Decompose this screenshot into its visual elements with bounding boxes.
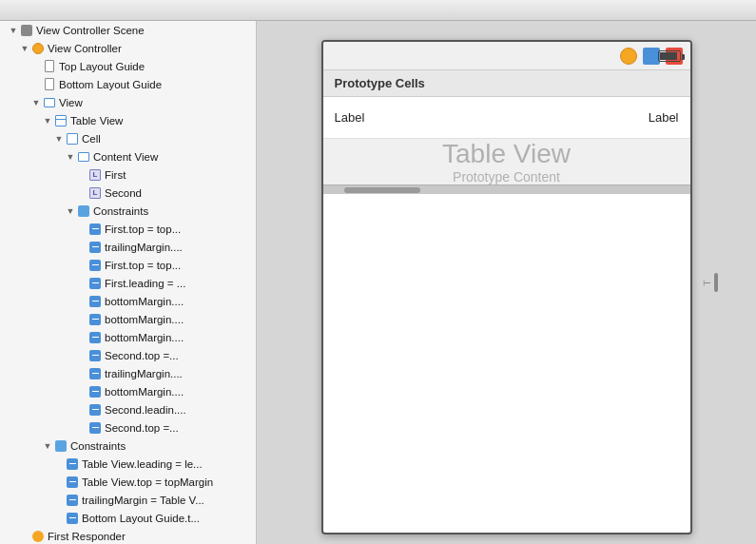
sidebar-item-label: Table View bbox=[70, 115, 252, 126]
sidebar-item-c12[interactable]: Second.top =... bbox=[0, 418, 256, 437]
sidebar-item-c10[interactable]: bottomMargin.... bbox=[0, 382, 256, 400]
cube-icon bbox=[643, 48, 660, 65]
tree-arrow bbox=[53, 133, 65, 145]
resize-handle-right[interactable]: ⊢ bbox=[703, 273, 718, 292]
constraint-icon bbox=[87, 384, 103, 399]
tree-arrow bbox=[8, 25, 19, 36]
sidebar-item-cv4[interactable]: Bottom Layout Guide.t... bbox=[0, 509, 256, 527]
sidebar-item-first[interactable]: LFirst bbox=[0, 165, 256, 184]
constraint-icon bbox=[87, 402, 103, 418]
tree-arrow bbox=[65, 205, 76, 217]
sidebar-item-cv2[interactable]: Table View.top = topMargin bbox=[0, 473, 256, 491]
constraint-icon bbox=[87, 240, 103, 255]
sidebar-item-c11[interactable]: Second.leadin.... bbox=[0, 400, 256, 418]
sidebar-item-label: View bbox=[59, 97, 252, 108]
sidebar-item-label: bottomMargin.... bbox=[105, 386, 252, 398]
canvas: → ⊣ Prototype Cells Label Lab bbox=[257, 21, 756, 544]
sidebar-item-label: View Controller bbox=[48, 43, 252, 54]
scrollbar-bottom[interactable] bbox=[323, 185, 690, 194]
sidebar-item-c7[interactable]: bottomMargin.... bbox=[0, 328, 256, 346]
constraint-icon bbox=[65, 457, 80, 472]
top-bar bbox=[0, 0, 756, 21]
constraint-folder-icon bbox=[76, 204, 91, 219]
cell-icon bbox=[65, 131, 80, 146]
constraint-icon bbox=[87, 366, 103, 381]
constraint-icon bbox=[87, 258, 103, 273]
sidebar-item-label: Constraints bbox=[93, 205, 252, 217]
tree-arrow bbox=[42, 440, 53, 452]
sidebar-item-label: First bbox=[105, 169, 252, 181]
sidebar-item-view-controller-scene[interactable]: View Controller Scene bbox=[0, 21, 256, 39]
sidebar-item-second[interactable]: LSecond bbox=[0, 184, 256, 202]
sidebar-item-c8[interactable]: Second.top =... bbox=[0, 346, 256, 364]
sidebar-item-c4[interactable]: First.leading = ... bbox=[0, 274, 256, 292]
prototype-cells-header: Prototype Cells bbox=[323, 70, 690, 97]
battery-icon bbox=[658, 50, 681, 62]
sidebar-item-table-view[interactable]: Table View bbox=[0, 111, 256, 129]
view-icon bbox=[42, 95, 57, 110]
sidebar-item-label: trailingMargin.... bbox=[105, 242, 252, 253]
label-left: Label bbox=[335, 110, 365, 125]
sidebar-item-constraints-view[interactable]: Constraints bbox=[0, 437, 256, 455]
sidebar-item-label: First.leading = ... bbox=[105, 278, 252, 289]
table-view-placeholder: Table View Prototype Content bbox=[323, 139, 690, 185]
sidebar-item-top-layout-guide[interactable]: Top Layout Guide bbox=[0, 57, 256, 75]
constraint-icon bbox=[87, 312, 103, 327]
main-area: View Controller SceneView ControllerTop … bbox=[0, 21, 756, 544]
view-icon bbox=[76, 149, 91, 165]
sidebar-item-first-responder[interactable]: First Responder bbox=[0, 527, 256, 544]
tree-arrow bbox=[30, 97, 42, 108]
yellow-circle-icon bbox=[30, 41, 46, 56]
constraint-folder-icon bbox=[53, 438, 68, 454]
table-view-placeholder-title: Table View bbox=[442, 139, 571, 169]
sidebar-item-view-controller[interactable]: View Controller bbox=[0, 39, 256, 57]
sidebar-item-label: Content View bbox=[93, 151, 252, 163]
constraint-icon bbox=[65, 475, 80, 490]
sidebar-item-view[interactable]: View bbox=[0, 93, 256, 111]
handle-bar-right bbox=[714, 273, 718, 292]
constraint-icon bbox=[87, 294, 103, 309]
sidebar-item-label: View Controller Scene bbox=[36, 25, 252, 36]
sidebar-item-label: bottomMargin.... bbox=[105, 296, 252, 307]
sidebar-item-c2[interactable]: trailingMargin.... bbox=[0, 238, 256, 256]
sidebar-item-label: Second bbox=[105, 187, 252, 199]
tree-arrow bbox=[65, 151, 76, 163]
sidebar-item-cv3[interactable]: trailingMargin = Table V... bbox=[0, 491, 256, 509]
sidebar-item-label: bottomMargin.... bbox=[105, 314, 252, 325]
sidebar-item-label: Constraints bbox=[70, 440, 252, 452]
tableview-icon bbox=[53, 113, 68, 128]
sim-icon bbox=[620, 48, 637, 65]
sidebar-item-c9[interactable]: trailingMargin.... bbox=[0, 364, 256, 382]
sidebar-item-bottom-layout-guide[interactable]: Bottom Layout Guide bbox=[0, 75, 256, 93]
sidebar-item-label: Table View.leading = le... bbox=[82, 458, 252, 470]
table-view-placeholder-sub: Prototype Content bbox=[453, 169, 560, 185]
constraint-icon bbox=[87, 420, 103, 436]
sidebar-item-c3[interactable]: First.top = top... bbox=[0, 256, 256, 274]
sidebar-item-cv1[interactable]: Table View.leading = le... bbox=[0, 455, 256, 473]
sidebar-item-label: Second.top =... bbox=[105, 350, 252, 361]
sidebar-item-label: Table View.top = topMargin bbox=[82, 476, 252, 488]
scrollbar-thumb[interactable] bbox=[344, 187, 420, 193]
sidebar: View Controller SceneView ControllerTop … bbox=[0, 21, 257, 544]
scene-icon bbox=[19, 23, 34, 38]
sidebar-item-constraints-cell[interactable]: Constraints bbox=[0, 202, 256, 220]
sidebar-item-content-view[interactable]: Content View bbox=[0, 147, 256, 165]
label-icon: L bbox=[87, 185, 103, 201]
sidebar-item-label: trailingMargin = Table V... bbox=[82, 495, 252, 506]
phone-frame: Prototype Cells Label Label Table View P… bbox=[321, 40, 692, 534]
constraint-icon bbox=[65, 511, 80, 526]
sidebar-item-label: Bottom Layout Guide bbox=[59, 79, 252, 90]
sidebar-item-c5[interactable]: bottomMargin.... bbox=[0, 292, 256, 310]
responder-icon bbox=[30, 529, 46, 544]
sidebar-item-cell[interactable]: Cell bbox=[0, 129, 256, 147]
doc-icon bbox=[42, 59, 57, 74]
sidebar-item-c6[interactable]: bottomMargin.... bbox=[0, 310, 256, 328]
constraint-icon bbox=[87, 330, 103, 345]
constraint-icon bbox=[65, 493, 80, 508]
sidebar-item-label: trailingMargin.... bbox=[105, 368, 252, 379]
sidebar-item-label: Cell bbox=[82, 133, 252, 145]
phone-status-bar bbox=[323, 42, 690, 70]
sidebar-item-c1[interactable]: First.top = top... bbox=[0, 220, 256, 238]
sidebar-item-label: Top Layout Guide bbox=[59, 61, 252, 72]
label-right: Label bbox=[649, 110, 679, 125]
